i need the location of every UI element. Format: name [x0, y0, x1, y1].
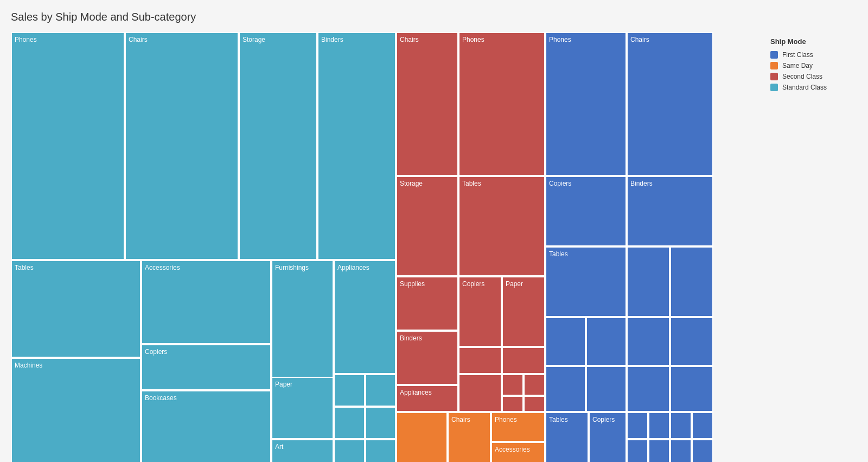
cell-standard-small2 — [365, 374, 396, 407]
page: Sales by Ship Mode and Sub-category Phon… — [0, 0, 868, 462]
cell-second-storage: Storage — [396, 176, 458, 276]
cell-second-sm6 — [502, 396, 524, 412]
cell-first-copiers: Copiers — [545, 176, 627, 246]
cell-second-sm2 — [502, 347, 545, 374]
cell-first-sm11 — [670, 439, 692, 462]
cell-first-tables2: Tables — [545, 412, 589, 462]
cell-standard-small6 — [365, 439, 396, 462]
cell-second-sm4 — [502, 374, 524, 396]
cell-second-binders: Binders — [396, 331, 458, 385]
cell-first-sm3 — [627, 366, 670, 412]
legend-item-standard: Standard Class — [770, 84, 846, 91]
cell-second-sm1 — [458, 347, 502, 374]
legend-label-standard: Standard Class — [782, 84, 827, 91]
cell-standard-art: Art — [271, 439, 334, 462]
cell-first-sm12 — [692, 439, 713, 462]
cell-first-sm7 — [670, 412, 692, 439]
cell-sameday-chairs: Chairs — [448, 412, 491, 462]
cell-standard-appliances: Appliances — [334, 260, 396, 374]
cell-standard-small5 — [334, 439, 365, 462]
legend-label-sameday: Same Day — [782, 62, 813, 69]
cell-first-sm9 — [627, 439, 648, 462]
cell-standard-phones: Phones — [11, 32, 125, 260]
cell-sameday-large — [396, 412, 448, 462]
cell-second-phones: Phones — [458, 32, 545, 176]
cell-standard-accessories: Accessories — [141, 260, 271, 344]
cell-first-bot3 — [627, 317, 670, 366]
cell-standard-small3 — [334, 407, 365, 439]
cell-first-chairs: Chairs — [627, 32, 713, 176]
cell-first-mid2 — [670, 246, 713, 317]
legend-swatch-second — [770, 73, 778, 80]
legend-item-sameday: Same Day — [770, 62, 846, 69]
cell-standard-machines: Machines — [11, 358, 141, 462]
cell-first-mid1 — [627, 246, 670, 317]
cell-second-chairs: Chairs — [396, 32, 458, 176]
cell-second-copiers: Copiers — [458, 276, 502, 347]
cell-sameday-phones: Phones — [491, 412, 545, 442]
cell-standard-small4 — [365, 407, 396, 439]
cell-standard-storage: Storage — [239, 32, 317, 260]
cell-standard-chairs: Chairs — [125, 32, 239, 260]
legend: Ship Mode First Class Same Day Second Cl… — [760, 32, 857, 457]
cell-first-bot2 — [586, 317, 627, 366]
legend-title: Ship Mode — [770, 37, 846, 46]
legend-item-first: First Class — [770, 51, 846, 59]
legend-label-second: Second Class — [782, 73, 822, 80]
treemap-container: Phones Chairs Storage Binders Tables Mac… — [11, 32, 760, 457]
cell-first-bot4 — [670, 317, 713, 366]
legend-swatch-first — [770, 51, 778, 59]
cell-second-appliances: Appliances — [396, 385, 458, 412]
cell-second-paper: Paper — [502, 276, 545, 347]
cell-first-sm1 — [545, 366, 586, 412]
cell-first-sm2 — [586, 366, 627, 412]
legend-item-second: Second Class — [770, 73, 846, 80]
cell-first-phones: Phones — [545, 32, 627, 176]
cell-first-sm8 — [692, 412, 713, 439]
legend-label-first: First Class — [782, 51, 813, 59]
cell-first-binders: Binders — [627, 176, 713, 246]
cell-standard-small1 — [334, 374, 365, 407]
chart-area: Phones Chairs Storage Binders Tables Mac… — [11, 32, 857, 457]
legend-swatch-standard — [770, 84, 778, 91]
cell-standard-tables: Tables — [11, 260, 141, 358]
cell-standard-copiers: Copiers — [141, 344, 271, 390]
cell-second-tables: Tables — [458, 176, 545, 276]
cell-first-bot1 — [545, 317, 586, 366]
cell-standard-binders: Binders — [317, 32, 396, 260]
cell-sameday-accessories: Accessories — [491, 442, 545, 462]
cell-standard-paper2: Paper — [271, 377, 334, 439]
legend-swatch-sameday — [770, 62, 778, 69]
cell-second-sm5 — [524, 374, 545, 396]
cell-second-supplies: Supplies — [396, 276, 458, 331]
cell-first-sm6 — [648, 412, 670, 439]
cell-first-sm4 — [670, 366, 713, 412]
cell-first-sm5 — [627, 412, 648, 439]
cell-first-copiers2: Copiers — [589, 412, 627, 462]
cell-first-tables: Tables — [545, 246, 627, 317]
chart-title: Sales by Ship Mode and Sub-category — [11, 11, 857, 23]
cell-standard-bookcases: Bookcases — [141, 390, 271, 462]
cell-second-sm7 — [524, 396, 545, 412]
cell-first-sm10 — [648, 439, 670, 462]
cell-second-sm3 — [458, 374, 502, 412]
